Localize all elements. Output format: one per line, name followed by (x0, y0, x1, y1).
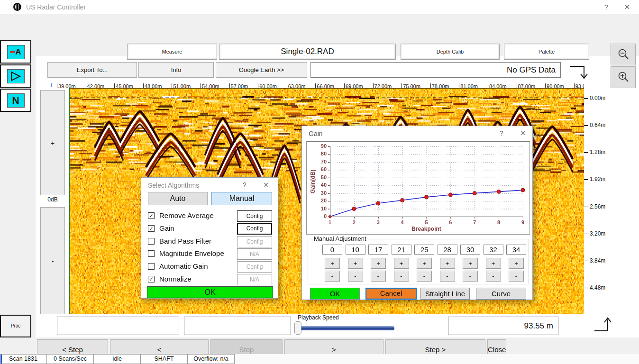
export-to-button[interactable]: Export To... (47, 62, 137, 78)
display-gain-decrease-button[interactable]: - (40, 207, 65, 314)
breakpoint-value-field[interactable]: 30 (460, 245, 480, 255)
breakpoint-value-field[interactable]: 25 (414, 245, 434, 255)
proc-button[interactable]: Proc (0, 315, 31, 337)
breakpoint-increase-button[interactable]: + (394, 258, 409, 269)
dialog-help-button[interactable]: ? (238, 180, 251, 190)
breakpoint-increase-button[interactable]: + (486, 258, 501, 269)
scroll-up-arrow-icon[interactable] (593, 316, 614, 335)
dialog-help-button[interactable]: ? (495, 128, 508, 138)
toolbar-play-button[interactable] (0, 64, 31, 88)
title-bar: US Radar Controller ? ✕ (0, 0, 639, 14)
playback-speed-thumb[interactable] (294, 321, 301, 335)
depth-ruler: 0.00m0.64m1.28m1.92m2.56m3.20m3.84m4.48m (584, 95, 617, 312)
display-gain-increase-button[interactable]: + (40, 90, 65, 195)
algorithm-config-button[interactable]: N/A (237, 274, 272, 285)
breakpoint-column: 32 + - (484, 245, 503, 282)
ruler-label: 60.00m (258, 83, 287, 88)
algorithm-row: Normalize N/A (148, 273, 273, 286)
status-cell: 0 Scans/Sec (47, 354, 94, 364)
palette-button[interactable]: Palette (504, 44, 589, 60)
depth-label: 0.00m (584, 95, 617, 122)
algorithm-checkbox[interactable] (148, 238, 155, 245)
breakpoint-value-field[interactable]: 17 (368, 245, 388, 255)
algorithm-row: Remove Average Config (148, 210, 273, 223)
toolbar-annotation-button[interactable]: A (0, 40, 31, 64)
breakpoint-increase-button[interactable]: + (417, 258, 432, 269)
breakpoint-decrease-button[interactable]: - (394, 271, 409, 282)
scroll-down-arrow-icon[interactable] (569, 63, 591, 82)
breakpoint-decrease-button[interactable]: - (463, 271, 478, 282)
breakpoint-decrease-button[interactable]: - (348, 271, 363, 282)
algorithm-checkbox[interactable] (148, 225, 155, 232)
algorithm-config-button[interactable]: Config (237, 210, 272, 222)
play-icon (7, 69, 25, 83)
dialog-close-button[interactable]: ✕ (260, 180, 272, 190)
status-indicator (0, 355, 2, 364)
breakpoint-increase-button[interactable]: + (325, 258, 340, 269)
breakpoint-increase-button[interactable]: + (509, 258, 524, 269)
google-earth-button[interactable]: Google Earth >> (216, 62, 307, 78)
algorithm-checkbox[interactable] (148, 250, 155, 257)
playback-speed-track[interactable] (299, 326, 394, 330)
curve-button[interactable]: Curve (476, 288, 526, 300)
tab-auto[interactable]: Auto (148, 192, 208, 205)
tab-manual[interactable]: Manual (211, 192, 272, 205)
breakpoint-value-field[interactable]: 32 (484, 245, 503, 255)
algorithm-row: Band Pass Filter Config (148, 236, 273, 248)
algorithm-config-button[interactable]: Config (237, 223, 272, 235)
ruler-label: 39.00m (57, 83, 86, 88)
dialog-close-button[interactable]: ✕ (517, 128, 529, 138)
ruler-label: 93.00m (574, 83, 584, 88)
gain-cancel-button[interactable]: Cancel (365, 288, 417, 300)
breakpoint-column: 21 + - (392, 245, 411, 282)
measure-button[interactable]: Measure (127, 44, 217, 60)
breakpoint-column: 25 + - (414, 245, 434, 282)
breakpoint-decrease-button[interactable]: - (325, 271, 340, 282)
straight-line-button[interactable]: Straight Line (420, 288, 470, 300)
info-field-left (57, 317, 179, 335)
breakpoint-decrease-button[interactable]: - (440, 271, 455, 282)
breakpoint-column: 30 + - (460, 245, 480, 282)
window-close-button[interactable]: ✕ (619, 0, 635, 14)
breakpoint-value-field[interactable]: 10 (346, 245, 365, 255)
breakpoint-increase-button[interactable]: + (348, 258, 363, 269)
breakpoint-value-field[interactable]: 21 (392, 245, 411, 255)
algorithm-config-button[interactable]: N/A (237, 248, 272, 260)
depth-label: 3.84m (584, 258, 617, 285)
algorithm-config-button[interactable]: Config (237, 261, 272, 273)
breakpoint-increase-button[interactable]: + (463, 258, 478, 269)
toolbar-north-button[interactable]: N (0, 89, 31, 112)
algorithm-checkbox[interactable] (148, 276, 155, 282)
breakpoint-value-field[interactable]: 0 (322, 245, 342, 255)
breakpoint-value-field[interactable]: 28 (438, 245, 457, 255)
depth-calib-button[interactable]: Depth Calib (401, 44, 500, 60)
ruler-label: 81.00m (459, 83, 488, 88)
ruler-label: 42.00m (86, 83, 115, 88)
filename-display[interactable]: Single-02.RAD (219, 44, 396, 60)
algorithm-row: Gain Config (148, 223, 273, 236)
breakpoint-value-field[interactable]: 34 (506, 245, 526, 255)
algorithm-config-button[interactable]: Config (237, 236, 272, 247)
breakpoint-decrease-button[interactable]: - (486, 271, 501, 282)
app-logo-icon (13, 3, 21, 11)
gain-ok-button[interactable]: OK (310, 288, 360, 300)
zoom-out-button[interactable] (611, 44, 636, 65)
window-help-button[interactable]: ? (598, 0, 614, 14)
display-gain-value: 0dB (40, 196, 65, 203)
ruler-cursor-mark (51, 83, 52, 87)
algorithm-checkbox[interactable] (148, 212, 155, 219)
dialog-title: Gain (309, 130, 323, 137)
breakpoint-increase-button[interactable]: + (371, 258, 386, 269)
zoom-in-button[interactable] (611, 66, 636, 88)
breakpoint-decrease-button[interactable]: - (417, 271, 432, 282)
algorithm-label: Remove Average (159, 211, 214, 219)
info-button[interactable]: Info (138, 62, 214, 78)
breakpoint-decrease-button[interactable]: - (371, 271, 386, 282)
breakpoint-increase-button[interactable]: + (440, 258, 455, 269)
algorithm-checkbox[interactable] (148, 263, 155, 270)
algorithms-ok-button[interactable]: OK (147, 286, 273, 298)
breakpoint-column: 28 + - (438, 245, 457, 282)
breakpoint-decrease-button[interactable]: - (509, 271, 524, 282)
select-algorithms-dialog: Select Algorithms ? ✕ Auto Manual Remove… (141, 177, 278, 299)
position-display: 93.55 m (448, 317, 558, 335)
